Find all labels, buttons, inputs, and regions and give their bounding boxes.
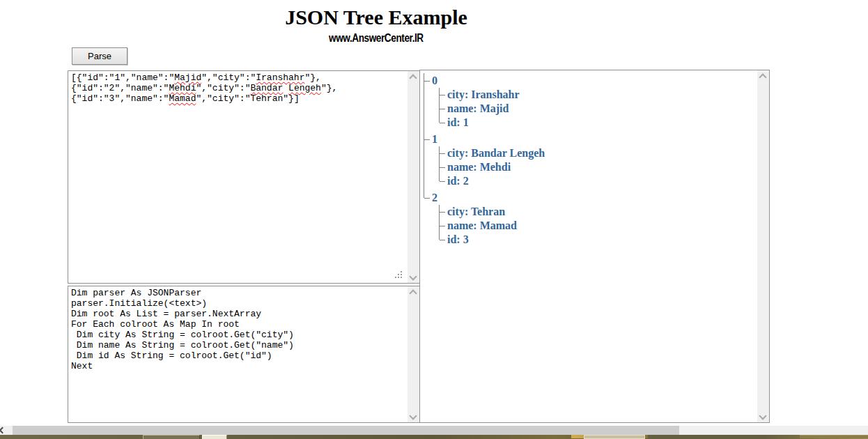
taskbar-button[interactable] [202,435,227,439]
site-url-text: www.AnswerCenter.IR [329,32,424,45]
textarea-line: Dim name As String = colroot.Get("name") [71,340,405,351]
textarea-line: [{"id":"1","name":"Majid","city":"Iransh… [71,72,405,83]
chevron-up-icon[interactable] [408,286,419,298]
tree-panel: 0city: Iranshahrname: Majidid: 11city: B… [419,70,770,423]
page: JSON Tree Example www.AnswerCenter.IR Pa… [0,0,868,439]
code-input-text: Dim parser As JSONParserparser.Initializ… [71,288,405,421]
taskbar-strip [0,435,868,439]
textarea-line: {"id":"3","name":"Mamad","city":"Tehran"… [71,93,405,104]
tree-leaf[interactable]: city: Tehran [439,205,755,219]
textarea-line: parser.Initialize(<text>) [71,298,405,309]
taskbar-button[interactable] [800,435,868,438]
tree-leaf[interactable]: id: 2 [439,174,755,188]
tree-leaf[interactable]: city: Iranshahr [439,88,755,102]
tree-node-label[interactable]: 1 [432,132,755,146]
misspelled-word: Mamad [169,93,196,104]
misspelled-word: Mehdi [169,83,196,93]
taskbar-button[interactable] [584,435,645,439]
page-title: JSON Tree Example [0,6,752,29]
code-input-scrollbar[interactable] [408,286,419,422]
site-url: www.AnswerCenter.IR [0,32,752,45]
tree-leaf[interactable]: name: Majid [439,102,755,116]
resize-grip-icon[interactable] [395,271,403,279]
page-header: JSON Tree Example www.AnswerCenter.IR [0,0,752,45]
horizontal-scrollbar[interactable] [0,426,868,435]
textarea-line: Dim parser As JSONParser [71,288,405,298]
textarea-line: Dim city As String = colroot.Get("city") [71,330,405,340]
tree-leaf[interactable]: id: 1 [439,116,755,130]
tree-node-label[interactable]: 2 [432,190,755,205]
textarea-line: Dim root As List = parser.NextArray [71,309,405,319]
json-input-scrollbar[interactable] [408,71,419,283]
tree-node: 0city: Iranshahrname: Majidid: 1 [424,73,755,132]
code-input[interactable]: Dim parser As JSONParserparser.Initializ… [68,286,420,423]
chevron-left-icon[interactable] [0,426,6,435]
textarea-line: {"id":"2","name":"Mehdi","city":"Bandar … [71,83,405,93]
tree-leaf[interactable]: id: 3 [439,233,755,247]
chevron-down-icon[interactable] [408,271,419,283]
textarea-line: For Each colroot As Map In root [71,319,405,330]
json-input-text: [{"id":"1","name":"Majid","city":"Iransh… [71,72,405,282]
chevron-up-icon[interactable] [408,71,419,83]
tree-node-label[interactable]: 0 [432,73,755,88]
textarea-line: Dim id As String = colroot.Get("id") [71,351,405,361]
tree-node: 1city: Bandar Lengehname: Mehdiid: 2 [424,132,755,190]
tree-leaf[interactable]: name: Mamad [439,219,755,233]
chevron-down-icon[interactable] [757,410,769,422]
horizontal-scrollbar-thumb[interactable] [13,426,679,435]
taskbar-button[interactable] [143,435,200,439]
parse-button[interactable]: Parse [72,47,127,65]
tree-panel-scrollbar[interactable] [757,70,769,422]
misspelled-word: Iranshahr [256,72,304,83]
chevron-down-icon[interactable] [408,410,419,422]
misspelled-word: Lengeh [288,83,321,93]
tree-leaf[interactable]: name: Mehdi [439,160,755,174]
json-input[interactable]: [{"id":"1","name":"Majid","city":"Iransh… [68,70,420,284]
misspelled-word: Majid [174,72,201,83]
json-tree: 0city: Iranshahrname: Majidid: 11city: B… [424,73,755,422]
misspelled-word: Bandar [250,83,283,93]
textarea-line: Next [71,361,405,371]
tree-leaf[interactable]: city: Bandar Lengeh [439,146,755,160]
tree-node: 2city: Tehranname: Mamadid: 3 [424,190,755,249]
chevron-up-icon[interactable] [757,70,769,82]
